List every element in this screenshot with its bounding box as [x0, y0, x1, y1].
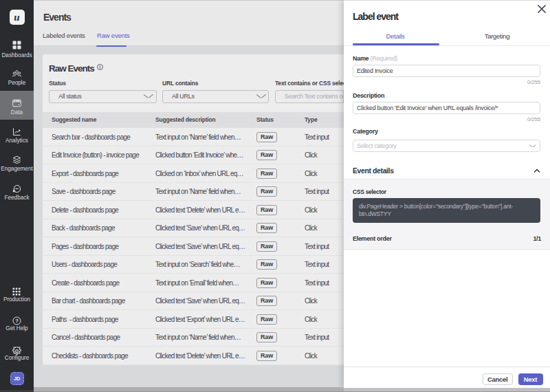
svg-text:?: ?: [15, 318, 19, 324]
